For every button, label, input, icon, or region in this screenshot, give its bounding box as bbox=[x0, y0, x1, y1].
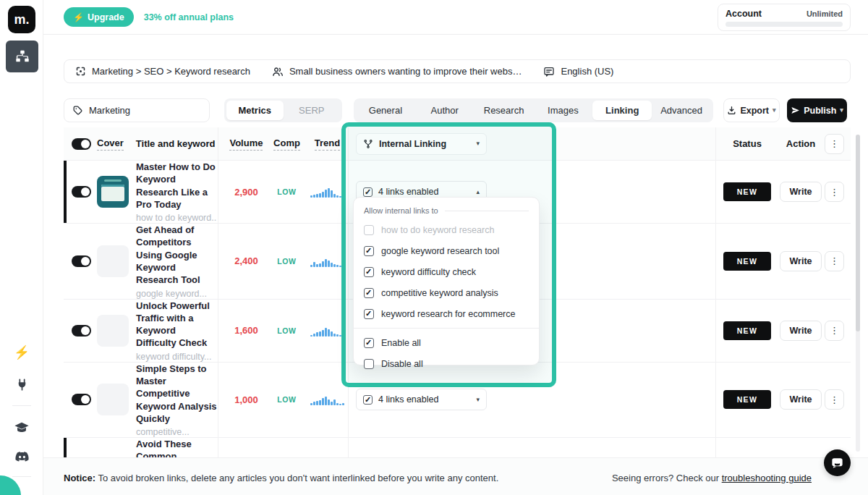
tab-author[interactable]: Author bbox=[415, 101, 475, 120]
write-button[interactable]: Write bbox=[780, 389, 822, 410]
link-option[interactable]: keyword research for ecommerce bbox=[354, 303, 539, 324]
column-header-trend[interactable]: Trend bbox=[315, 138, 340, 151]
account-plan-badge: Unlimited bbox=[807, 9, 843, 18]
article-title[interactable]: Unlock Powerful Traffic with a Keyword D… bbox=[136, 300, 217, 350]
column-header-comp[interactable]: Comp bbox=[273, 138, 300, 151]
sidebar-item-automations[interactable]: ⚡ bbox=[0, 346, 43, 359]
toggle-all-switch[interactable] bbox=[72, 138, 91, 150]
project-selector[interactable]: Marketing bbox=[64, 98, 210, 122]
link-option[interactable]: google keyword research tool bbox=[354, 240, 539, 261]
sidebar-item-discord[interactable] bbox=[0, 449, 43, 464]
row-enabled-switch[interactable] bbox=[72, 325, 91, 337]
column-header-cover[interactable]: Cover bbox=[97, 138, 124, 151]
app-logo[interactable]: m. bbox=[8, 6, 35, 33]
people-icon bbox=[272, 66, 284, 77]
view-serp[interactable]: SERP bbox=[284, 101, 341, 120]
bolt-icon: ⚡ bbox=[73, 12, 84, 22]
table-options-kebab-button[interactable]: ⋮ bbox=[825, 134, 844, 154]
dropdown-group-label: Allow internal links to bbox=[354, 205, 539, 219]
internal-linking-label: Internal Linking bbox=[379, 139, 446, 149]
article-keyword: how to do keyword... bbox=[136, 213, 217, 223]
volume-value: 1,000 bbox=[234, 394, 258, 405]
publish-button[interactable]: Publish ▾ bbox=[787, 98, 847, 122]
language-chip[interactable]: English (US) bbox=[543, 66, 613, 77]
cover-thumbnail[interactable] bbox=[97, 384, 129, 415]
write-button[interactable]: Write bbox=[780, 182, 822, 202]
row-kebab-button[interactable]: ⋮ bbox=[825, 389, 844, 410]
row-enabled-switch[interactable] bbox=[72, 255, 91, 267]
article-title[interactable]: Get Ahead of Competitors Using Google Ke… bbox=[136, 224, 217, 286]
link-option[interactable]: keyword difficulty check bbox=[354, 261, 539, 282]
competition-badge: LOW bbox=[277, 395, 296, 404]
internal-linking-dropdown[interactable]: Internal Linking ▾ bbox=[356, 133, 487, 155]
view-metrics[interactable]: Metrics bbox=[226, 101, 284, 120]
link-option[interactable]: competitive keyword analysis bbox=[354, 282, 539, 303]
chevron-down-icon: ▾ bbox=[840, 107, 843, 114]
row-kebab-button[interactable]: ⋮ bbox=[825, 182, 844, 202]
internal-links-dropdown-panel: Allow internal links to how to do keywor… bbox=[353, 197, 540, 365]
checkbox-icon bbox=[364, 225, 374, 235]
view-toggle: Metrics SERP bbox=[224, 98, 342, 122]
tab-images[interactable]: Images bbox=[533, 101, 592, 120]
footer: Notice: To avoid broken links, delete an… bbox=[43, 457, 868, 495]
cover-thumbnail[interactable] bbox=[97, 245, 129, 277]
enable-all-label: Enable all bbox=[381, 338, 421, 348]
column-header-volume[interactable]: Volume bbox=[229, 138, 263, 151]
upgrade-button[interactable]: ⚡ Upgrade bbox=[64, 7, 134, 27]
write-button[interactable]: Write bbox=[780, 251, 822, 271]
trend-sparkline bbox=[310, 186, 344, 198]
sidebar-item-integrations[interactable] bbox=[0, 378, 43, 392]
scrollbar-thumb[interactable] bbox=[856, 135, 860, 331]
breadcrumb-text: Marketing > SEO > Keyword research bbox=[92, 66, 250, 77]
enable-all-option[interactable]: Enable all bbox=[354, 332, 539, 353]
links-enabled-select[interactable]: 4 links enabled ▾ bbox=[356, 389, 487, 410]
cover-thumbnail[interactable] bbox=[97, 176, 129, 208]
breadcrumb[interactable]: Marketing > SEO > Keyword research bbox=[75, 66, 250, 77]
table-scrollbar[interactable] bbox=[856, 135, 860, 452]
column-header-status: Status bbox=[733, 138, 762, 149]
sidebar-divider bbox=[12, 405, 31, 406]
trend-sparkline bbox=[310, 394, 344, 405]
sidebar-item-projects[interactable] bbox=[6, 41, 38, 72]
tab-advanced[interactable]: Advanced bbox=[652, 101, 711, 120]
tab-linking[interactable]: Linking bbox=[592, 101, 652, 120]
status-badge: NEW bbox=[723, 390, 771, 409]
upgrade-label: Upgrade bbox=[88, 12, 124, 22]
dropdown-divider bbox=[354, 328, 539, 329]
account-label: Account bbox=[726, 9, 762, 19]
settings-tabs: General Author Research Images Linking A… bbox=[354, 98, 713, 122]
audience-chip[interactable]: Small business owners wanting to improve… bbox=[272, 66, 522, 77]
export-label: Export bbox=[740, 106, 769, 116]
usage-progress-bar bbox=[726, 22, 843, 27]
row-enabled-switch[interactable] bbox=[72, 394, 91, 405]
column-header-title: Title and keyword bbox=[136, 138, 216, 149]
export-button[interactable]: Export ▾ bbox=[723, 98, 780, 122]
tab-research[interactable]: Research bbox=[475, 101, 534, 120]
checkbox-icon bbox=[364, 288, 374, 298]
help-text: Seeing errors? Check our troubleshooting… bbox=[612, 473, 812, 483]
link-option[interactable]: how to do keyword research bbox=[354, 219, 539, 240]
trend-sparkline bbox=[310, 255, 344, 267]
write-button[interactable]: Write bbox=[780, 321, 822, 341]
row-kebab-button[interactable]: ⋮ bbox=[825, 251, 844, 271]
sidebar-item-academy[interactable] bbox=[0, 420, 43, 436]
troubleshooting-guide-link[interactable]: troubleshooting guide bbox=[722, 473, 812, 483]
volume-value: 2,900 bbox=[234, 187, 258, 198]
link-option-label: google keyword research tool bbox=[381, 246, 499, 256]
row-enabled-switch[interactable] bbox=[72, 186, 91, 198]
notice-text: Notice: To avoid broken links, delete an… bbox=[64, 473, 498, 483]
article-title[interactable]: Master How to Do Keyword Research Like a… bbox=[136, 161, 217, 211]
article-keyword: google keyword... bbox=[136, 289, 217, 299]
checkbox-icon bbox=[364, 338, 374, 348]
chat-widget-button[interactable] bbox=[824, 449, 851, 476]
row-kebab-button[interactable]: ⋮ bbox=[825, 321, 844, 341]
cover-thumbnail[interactable] bbox=[97, 315, 129, 347]
bolt-icon: ⚡ bbox=[14, 346, 30, 359]
account-usage-card[interactable]: Account Unlimited bbox=[718, 4, 851, 31]
checkbox-icon bbox=[363, 187, 373, 197]
status-badge: NEW bbox=[723, 252, 771, 271]
disable-all-option[interactable]: Disable all bbox=[354, 353, 539, 374]
competition-badge: LOW bbox=[277, 326, 296, 335]
tab-general[interactable]: General bbox=[356, 101, 415, 120]
article-title[interactable]: Simple Steps to Master Competitive Keywo… bbox=[136, 363, 217, 425]
